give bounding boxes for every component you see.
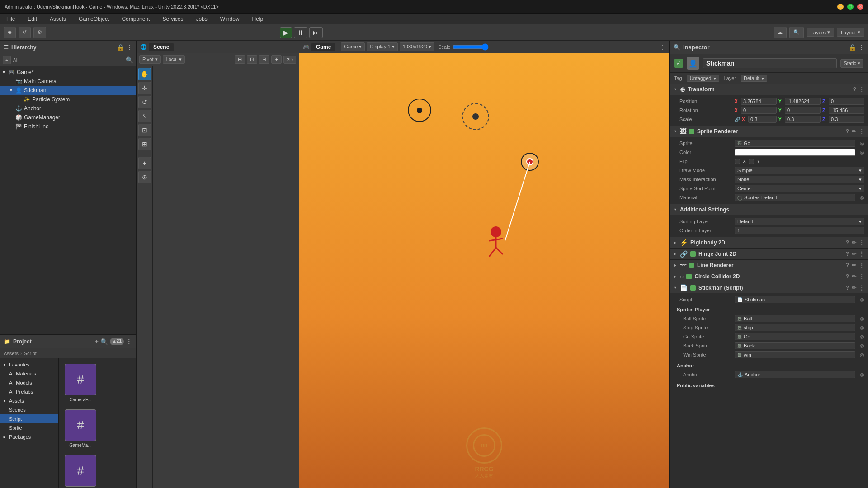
rigidbody2d-header[interactable]: ► ⚡ Rigidbody 2D ? ✏ ⋮ [670,237,868,248]
color-swatch[interactable] [735,149,855,156]
layout-button[interactable]: Layout ▾ [837,28,864,37]
stop-sprite-target-icon[interactable]: ◎ [860,325,864,331]
circlecollider2d-header[interactable]: ► ○ Circle Collider 2D ? ✏ ⋮ [670,271,868,282]
lr-more-icon[interactable]: ⋮ [859,262,864,268]
menu-assets[interactable]: Assets [47,15,69,23]
ss-help-icon[interactable]: ? [846,285,849,291]
view-options-btn[interactable]: ⊟ [259,55,269,64]
transform-settings-icon[interactable]: ⋮ [859,86,864,93]
maximize-button[interactable]: □ [847,4,854,10]
ball-sprite-target-icon[interactable]: ◎ [860,316,864,322]
cc2d-edit-icon[interactable]: ✏ [852,273,856,280]
search-button[interactable]: 🔍 [789,27,804,38]
scale-y-val[interactable]: 0.3 [785,116,821,123]
game-display-num[interactable]: Display 1 ▾ [367,42,397,51]
ptree-all-materials[interactable]: All Materials [0,369,58,378]
transform-help-icon[interactable]: ? [853,86,856,93]
scale-slider[interactable] [453,43,489,51]
sortinglayer-dropdown[interactable]: Default ▾ [735,218,864,225]
sprite-renderer-header[interactable]: ▼ 🖼 Sprite Renderer ? ✏ ⋮ [670,126,868,137]
object-name-field[interactable] [703,58,837,68]
sprite-target-icon[interactable]: ◎ [860,141,864,146]
hierarchy-add-btn[interactable]: + [3,56,11,64]
object-enabled-check[interactable]: ✓ [674,59,683,68]
tag-value-btn[interactable]: Untagged ▾ [687,75,719,82]
sr-edit-icon[interactable]: ✏ [852,128,856,135]
cc2d-help-icon[interactable]: ? [846,273,849,280]
go-sprite-target-icon[interactable]: ◎ [860,334,864,340]
scene-more-icon[interactable]: ⋮ [289,43,295,51]
menu-edit[interactable]: Edit [25,15,40,23]
add-tool[interactable]: + [138,157,151,169]
close-button[interactable]: ✕ [857,4,863,10]
position-z-val[interactable]: 0 [829,98,864,105]
menu-window[interactable]: Window [217,15,242,23]
grid-btn[interactable]: ⊞ [235,55,245,64]
gizmos-btn[interactable]: ⊞ [271,55,282,64]
ptree-all-models[interactable]: All Models [0,378,58,387]
rb2d-help-icon[interactable]: ? [846,239,849,246]
static-dropdown-btn[interactable]: Static ▾ [840,59,863,68]
ptree-scenes[interactable]: Scenes [0,405,58,414]
ptree-assets[interactable]: ▼ Assets [0,396,58,405]
ptree-favorites[interactable]: ▼ Favorites [0,360,58,369]
hierarchy-more-icon[interactable]: ⋮ [126,44,132,51]
stickman-script-header[interactable]: ▼ 📄 Stickman (Script) ? ✏ ⋮ [670,282,868,293]
lr-edit-icon[interactable]: ✏ [852,262,856,268]
linerenderer-header[interactable]: ► 〰 Line Renderer ? ✏ ⋮ [670,260,868,271]
menu-help[interactable]: Help [250,15,266,23]
breadcrumb-script[interactable]: Script [24,351,37,356]
go-sprite-value[interactable]: 🖼 Go [735,333,855,340]
menu-jobs[interactable]: Jobs [193,15,210,23]
back-sprite-target-icon[interactable]: ◎ [860,343,864,349]
back-sprite-value[interactable]: 🖼 Back [735,342,855,349]
ss-more-icon[interactable]: ⋮ [859,285,864,291]
pause-button[interactable]: ⏸ [294,27,307,38]
asset-jointanc[interactable]: # JointAnc... [62,453,99,488]
rotate-tool[interactable]: ↺ [138,96,151,108]
game-resolution[interactable]: 488x868 ▾ [400,42,435,51]
rotation-x-val[interactable]: 0 [741,107,777,114]
inspector-more-icon[interactable]: ⋮ [858,44,864,51]
spritesortpoint-dropdown[interactable]: Center ▾ [735,185,864,192]
hingejoint2d-header[interactable]: ► 🔗 Hinge Joint 2D ? ✏ ⋮ [670,249,868,259]
scene-tab[interactable]: Scene [149,43,174,51]
toolbar-mode-btn[interactable]: ⊕ [4,27,16,38]
hj2d-edit-icon[interactable]: ✏ [852,251,856,257]
layer-value-btn[interactable]: Default ▾ [741,75,767,82]
game-viewport[interactable]: RR RRCG 人人素材 [299,53,669,488]
hierarchy-lock-icon[interactable]: 🔒 [117,44,124,51]
rb2d-more-icon[interactable]: ⋮ [859,239,864,246]
project-add-btn[interactable]: + [95,338,99,345]
anchor-prop-value[interactable]: ⚓ Anchor [735,371,855,378]
win-sprite-value[interactable]: 🖼 win [735,351,855,358]
scale-tool[interactable]: ⤡ [138,110,151,122]
color-picker-icon[interactable]: ◎ [860,150,864,155]
lr-help-icon[interactable]: ? [846,262,849,268]
position-x-val[interactable]: 3.26784 [741,98,777,105]
additionalsettings-header[interactable]: ▼ Additional Settings [670,204,868,215]
hierarchy-item-particlesystem[interactable]: ✨ Particle System [0,95,136,104]
hj2d-help-icon[interactable]: ? [846,251,849,257]
flip-y-check[interactable] [749,159,754,164]
cc2d-enable-check[interactable] [686,274,692,279]
stop-sprite-value[interactable]: 🖼 stop [735,324,855,331]
play-button[interactable]: ▶ [280,27,292,38]
rect-tool[interactable]: ⊡ [138,124,151,136]
asset-cameraf[interactable]: # CameraF... [62,362,99,404]
inspector-lock-icon[interactable]: 🔒 [849,44,856,51]
hierarchy-item-anchor[interactable]: ⚓ Anchor [0,104,136,113]
sr-more-icon[interactable]: ⋮ [859,128,864,135]
material-prop-value[interactable]: ◯ Sprites-Default [735,194,855,201]
ptree-sprite[interactable]: Sprite [0,423,58,432]
menu-gameobject[interactable]: GameObject [76,15,112,23]
hj2d-enable-check[interactable] [690,251,696,257]
cc2d-more-icon[interactable]: ⋮ [859,273,864,280]
sr-enable-check[interactable] [689,129,694,134]
rotation-y-val[interactable]: 0 [785,107,821,114]
toolbar-settings-btn[interactable]: ⚙ [33,27,46,38]
ss-edit-icon[interactable]: ✏ [852,285,856,291]
orderinlayer-value[interactable]: 1 [735,227,864,234]
transform-tool[interactable]: ⊞ [138,138,151,150]
game-tab[interactable]: Game [311,43,335,51]
